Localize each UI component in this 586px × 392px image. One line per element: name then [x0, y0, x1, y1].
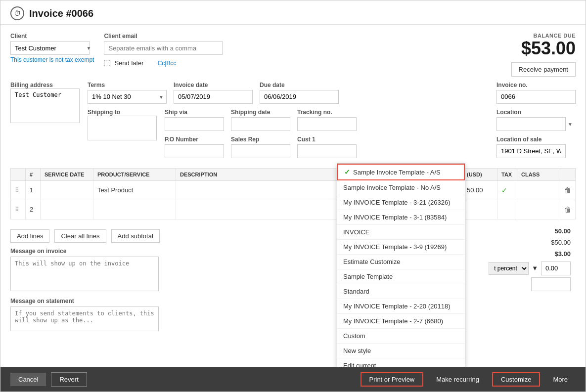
table-body: ⠿ 1 Test Product 50.00 ✓ 🗑 ⠿ 2 [11, 180, 576, 219]
row-service-date-1 [41, 180, 93, 200]
ship-fields: Ship via Shipping date Tracking no. [165, 109, 487, 163]
ship-via-field: Ship via [165, 109, 224, 131]
terms-select[interactable]: 1% 10 Net 30 [88, 90, 167, 104]
row-delete-1: 🗑 [560, 180, 576, 200]
tracking-no-label: Tracking no. [297, 109, 357, 116]
dropdown-item-sample-template[interactable]: Sample Template [337, 269, 465, 284]
col-amount: (USD) [463, 168, 497, 180]
sales-tax-value: $3.00 [554, 250, 571, 258]
dropdown-item-edit-current[interactable]: Edit current [337, 358, 465, 367]
dropdown-item-new-style[interactable]: New style [337, 344, 465, 358]
message-invoice-input[interactable] [10, 257, 159, 291]
cust1-input[interactable] [297, 144, 357, 158]
print-preview-button[interactable]: Print or Preview [361, 372, 424, 387]
class-1-input[interactable] [521, 183, 556, 197]
dropdown-item-my-invoice-3-21[interactable]: My INVOICE Template - 3-21 (26326) [337, 195, 465, 210]
col-tax: TAX [497, 168, 517, 180]
po-number-input[interactable] [165, 144, 224, 158]
dropdown-item-custom[interactable]: Custom [337, 329, 465, 344]
receive-payment-button[interactable]: Receive payment [511, 62, 576, 77]
cc-bcc-link[interactable]: Cc|Bcc [158, 60, 177, 67]
shipping-to-input[interactable] [88, 116, 157, 140]
shipping-date-input[interactable] [231, 117, 290, 131]
revert-button[interactable]: Revert [51, 372, 87, 387]
due-date-field: Due date [260, 82, 339, 104]
row-tax-2 [497, 200, 517, 219]
dropdown-item-my-invoice-3-9[interactable]: My INVOICE Template - 3-9 (19269) [337, 240, 465, 255]
client-email-input[interactable] [104, 41, 223, 55]
message-invoice-section: Message on invoice [10, 248, 160, 293]
more-button[interactable]: More [545, 373, 576, 386]
shipping-section: Shipping to Ship via Shipping date [88, 109, 487, 163]
middle-forms: Terms 1% 10 Net 30 ▼ Invoice date [88, 82, 487, 163]
dropdown-item-label-8: Standard [343, 288, 369, 295]
client-email-label: Client email [104, 33, 223, 40]
tax-type-select[interactable]: t percent [489, 262, 529, 275]
row-num-1: 1 [26, 180, 41, 200]
dropdown-item-my-invoice-2-20[interactable]: My INVOICE Template - 2-20 (20118) [337, 299, 465, 314]
invoice-date-input[interactable] [174, 90, 253, 104]
invoice-table-section: # SERVICE DATE PRODUCT/SERVICE DESCRIPTI… [10, 168, 576, 219]
col-actions [560, 168, 576, 180]
product-2-input[interactable] [97, 203, 172, 217]
subtotal-value: 50.00 [554, 227, 571, 235]
shipping-input[interactable] [531, 277, 571, 291]
dropdown-item-sample-as[interactable]: ✓ Sample Invoice Template - A/S [337, 164, 465, 180]
client-select[interactable]: Test Customer [10, 41, 90, 55]
delete-row-2-icon[interactable]: 🗑 [564, 206, 571, 214]
selected-check-icon: ✓ [344, 168, 350, 176]
row-num-2: 2 [26, 200, 41, 219]
location-of-sale-label: Location of sale [496, 136, 576, 143]
dropdown-item-estimate-customize[interactable]: Estimate Customize [337, 255, 465, 269]
main-content: Client Test Customer ▼ This customer is … [0, 25, 586, 367]
delete-row-1-icon[interactable]: 🗑 [564, 186, 571, 194]
balance-amount: $53.00 [511, 39, 576, 58]
col-service-date: SERVICE DATE [41, 168, 93, 180]
make-recurring-button[interactable]: Make recurring [428, 373, 487, 386]
invoice-no-input[interactable] [496, 90, 576, 104]
tracking-no-field: Tracking no. [297, 109, 357, 131]
client-email-field: Client email Send later Cc|Bcc [104, 33, 223, 67]
dropdown-item-label-5: My INVOICE Template - 3-9 (19269) [343, 243, 447, 251]
service-date-2-input[interactable] [45, 203, 89, 217]
location-label: Location [496, 109, 576, 116]
billing-address-input[interactable]: Test Customer [10, 88, 80, 123]
cust1-label: Cust 1 [297, 136, 357, 143]
send-later-label: Send later [114, 59, 143, 67]
dropdown-item-sample-no-as[interactable]: Sample Invoice Template - No A/S [337, 180, 465, 195]
sales-rep-input[interactable] [231, 144, 290, 158]
terms-field: Terms 1% 10 Net 30 ▼ [88, 82, 167, 104]
invoice-no-label: Invoice no. [496, 82, 576, 88]
table-actions: Add lines Clear all lines Add subtotal [10, 229, 160, 243]
clear-all-lines-button[interactable]: Clear all lines [54, 229, 106, 243]
tax-check-icon: ✓ [501, 186, 507, 194]
message-statement-input[interactable] [10, 306, 159, 331]
cancel-button[interactable]: Cancel [10, 373, 46, 386]
row-class-1 [517, 180, 560, 200]
tracking-no-input[interactable] [297, 117, 357, 131]
tax-rate-input[interactable] [541, 261, 571, 275]
send-later-checkbox[interactable] [104, 60, 110, 66]
dropdown-item-invoice[interactable]: INVOICE [337, 225, 465, 240]
customize-button[interactable]: Customize [492, 372, 540, 387]
ship-via-input[interactable] [165, 117, 224, 131]
invoice-table: # SERVICE DATE PRODUCT/SERVICE DESCRIPTI… [10, 168, 576, 219]
dropdown-item-standard[interactable]: Standard [337, 284, 465, 299]
location-of-sale-input[interactable] [496, 144, 566, 158]
drag-handle-2-icon[interactable]: ⠿ [15, 206, 19, 213]
dropdown-item-my-invoice-3-1[interactable]: My INVOICE Template - 3-1 (83584) [337, 210, 465, 225]
ship-via-label: Ship via [165, 109, 224, 116]
tax-exempt-link[interactable]: This customer is not tax exempt [10, 56, 94, 63]
drag-handle-icon[interactable]: ⠿ [15, 187, 19, 194]
add-lines-button[interactable]: Add lines [10, 229, 49, 243]
location-select[interactable] [496, 117, 566, 131]
due-date-input[interactable] [260, 90, 339, 104]
add-subtotal-button[interactable]: Add subtotal [111, 229, 160, 243]
dropdown-item-my-invoice-2-7[interactable]: My INVOICE Template - 2-7 (6680) [337, 314, 465, 329]
row-terms-dates: Terms 1% 10 Net 30 ▼ Invoice date [88, 82, 487, 104]
send-later-row: Send later Cc|Bcc [104, 59, 223, 67]
dropdown-item-label-7: Sample Template [343, 273, 393, 280]
row-ship: Ship via Shipping date Tracking no. [165, 109, 487, 131]
row-amount-2 [463, 200, 497, 219]
service-date-1-input[interactable] [45, 183, 89, 197]
